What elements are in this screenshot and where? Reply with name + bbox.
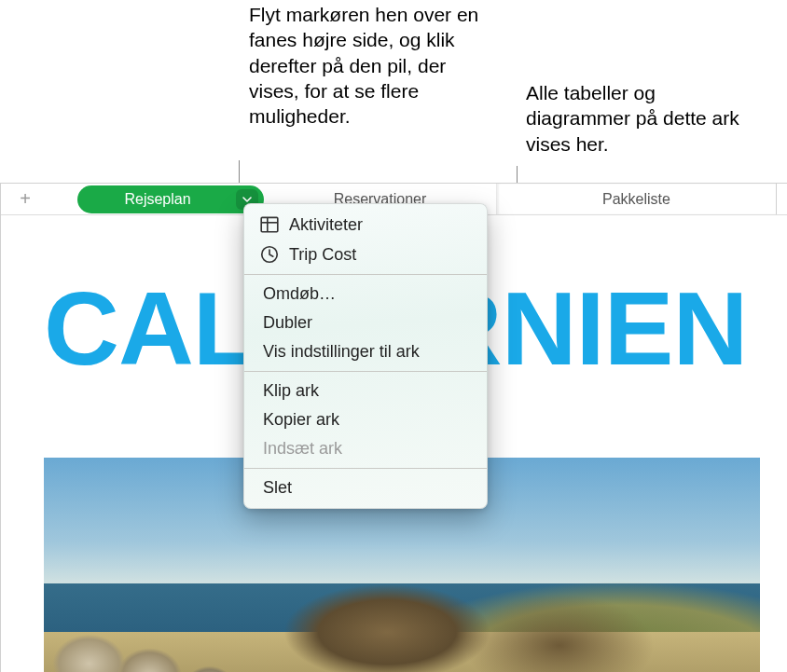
table-icon (259, 214, 280, 235)
menu-item-cut-sheet[interactable]: Klip ark (244, 377, 487, 405)
menu-item-sheet-object[interactable]: Aktiviteter (244, 210, 487, 240)
photo-layer (44, 591, 345, 672)
menu-item-copy-sheet[interactable]: Kopier ark (244, 405, 487, 434)
sheet-tab-label: Pakkeliste (602, 191, 670, 208)
menu-item-duplicate[interactable]: Dubler (244, 309, 487, 337)
add-sheet-button[interactable]: + (1, 184, 49, 214)
sheet-tab-context-menu: Aktiviteter Trip Cost Omdøb… Dubler Vis … (243, 203, 488, 509)
svg-rect-0 (261, 217, 278, 231)
menu-item-rename[interactable]: Omdøb… (244, 280, 487, 309)
sheet-tab-label: Rejseplan (124, 191, 190, 208)
menu-item-label: Vis indstillinger til ark (263, 342, 420, 362)
menu-item-label: Omdøb… (263, 284, 336, 304)
menu-separator (244, 371, 487, 372)
menu-item-label: Aktiviteter (289, 215, 363, 235)
menu-item-label: Trip Cost (289, 245, 356, 265)
plus-icon: + (20, 188, 31, 210)
callout-sheet-contents: Alle tabeller og diagrammer på dette ark… (526, 80, 759, 157)
menu-item-delete-sheet[interactable]: Slet (244, 473, 487, 502)
menu-item-label: Slet (263, 478, 292, 498)
menu-item-label: Klip ark (263, 381, 319, 401)
menu-item-label: Dubler (263, 313, 312, 333)
menu-item-show-sheet-settings[interactable]: Vis indstillinger til ark (244, 337, 487, 366)
sheet-tab[interactable]: Pakkeliste (497, 184, 777, 214)
menu-separator (244, 274, 487, 275)
sheet-tab-active[interactable]: Rejseplan (77, 185, 264, 213)
menu-item-label: Kopier ark (263, 410, 339, 430)
menu-item-paste-sheet: Indsæt ark (244, 434, 487, 463)
menu-item-sheet-object[interactable]: Trip Cost (244, 240, 487, 269)
callout-tab-options: Flyt markøren hen over en fanes højre si… (249, 2, 491, 129)
menu-separator (244, 468, 487, 469)
clock-icon (259, 244, 280, 265)
menu-item-label: Indsæt ark (263, 439, 342, 459)
